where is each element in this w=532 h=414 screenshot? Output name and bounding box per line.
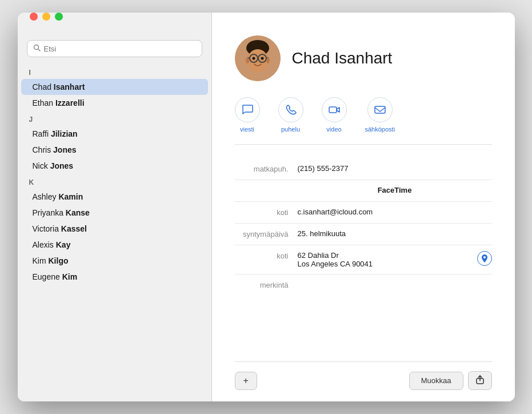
message-label: viesti <box>240 126 254 133</box>
minimize-button[interactable] <box>42 13 50 21</box>
contact-last-name: Kanse <box>66 208 90 217</box>
field-label-note: merkintä <box>235 280 298 289</box>
info-row-note: merkintä <box>235 274 492 303</box>
contact-first-name: Victoria <box>33 224 61 233</box>
share-button[interactable] <box>468 371 492 390</box>
search-bar[interactable] <box>27 40 202 57</box>
field-label-email: koti <box>235 208 298 217</box>
svg-line-1 <box>38 49 39 51</box>
contact-name: Chad Isanhart <box>292 49 393 67</box>
contact-last-name: Izzarelli <box>55 98 85 108</box>
sidebar: IChad IsanhartEthan IzzarelliJRaffi Jili… <box>18 13 212 401</box>
detail-panel: Chad Isanhart viestipuheluvideosähköpost… <box>212 13 515 401</box>
info-row-address: koti62 Dahlia DrLos Angeles CA 90041 <box>235 245 492 274</box>
field-label-date: syntymäpäivä <box>235 229 298 238</box>
contact-last-name: Jones <box>53 145 76 154</box>
contact-last-name: Isanhart <box>54 82 85 91</box>
address-value-wrap: 62 Dahlia DrLos Angeles CA 90041 <box>298 251 492 268</box>
svg-point-16 <box>483 256 486 258</box>
video-button[interactable]: video <box>322 97 347 133</box>
map-pin-icon[interactable] <box>477 251 492 266</box>
video-label: video <box>326 126 341 133</box>
contact-item[interactable]: Priyanka Kanse <box>21 205 208 221</box>
contact-item[interactable]: Alexis Kay <box>21 237 208 253</box>
field-value-email: c.isanhart@icloud.com <box>298 208 492 216</box>
facetime-label: FaceTime <box>235 186 492 194</box>
email-icon <box>367 97 393 122</box>
contact-item[interactable]: Victoria Kassel <box>21 221 208 237</box>
contact-last-name: Kim <box>62 272 77 281</box>
section-header-k: K <box>18 174 211 189</box>
contact-last-name: Kay <box>56 240 71 249</box>
message-icon <box>235 97 260 122</box>
contact-last-name: Kamin <box>58 192 83 201</box>
contact-item[interactable]: Ethan Izzarelli <box>21 95 208 111</box>
contact-first-name: Nick <box>33 161 50 170</box>
contact-item[interactable]: Chad Isanhart <box>21 79 208 95</box>
info-row-facetime: FaceTime <box>235 180 492 202</box>
contact-first-name: Chris <box>33 145 54 154</box>
edit-label: Muokkaa <box>421 376 451 385</box>
contact-first-name: Alexis <box>33 240 56 249</box>
svg-point-10 <box>252 57 255 60</box>
action-buttons: viestipuheluvideosähköposti <box>235 97 492 145</box>
search-input[interactable] <box>44 45 196 53</box>
field-label-address: koti <box>235 251 298 260</box>
contact-item[interactable]: Ashley Kamin <box>21 189 208 205</box>
field-value-date: 25. helmikuuta <box>298 229 492 238</box>
video-icon <box>322 97 347 122</box>
contact-last-name: Jilizian <box>51 129 78 138</box>
contact-first-name: Kim <box>33 256 49 265</box>
svg-rect-14 <box>329 107 337 113</box>
svg-point-13 <box>266 58 270 63</box>
email-button[interactable]: sähköposti <box>365 97 395 133</box>
bottom-toolbar: + Muokkaa <box>235 361 492 390</box>
maximize-button[interactable] <box>55 13 63 21</box>
info-section: matkapuh.(215) 555-2377FaceTimekotic.isa… <box>235 158 492 361</box>
edit-button[interactable]: Muokkaa <box>409 372 463 390</box>
contact-item[interactable]: Eugene Kim <box>21 269 208 285</box>
contact-last-name: Kilgo <box>49 256 69 265</box>
email-label: sähköposti <box>365 126 395 133</box>
svg-rect-15 <box>375 106 385 113</box>
avatar <box>235 35 281 81</box>
message-button[interactable]: viesti <box>235 97 260 133</box>
contact-item[interactable]: Nick Jones <box>21 158 208 174</box>
info-row-date: syntymäpäivä25. helmikuuta <box>235 224 492 245</box>
call-label: puhelu <box>281 126 300 133</box>
svg-point-11 <box>261 57 263 60</box>
contact-item[interactable]: Raffi Jilizian <box>21 126 208 142</box>
section-header-j: J <box>18 111 211 126</box>
close-button[interactable] <box>30 13 38 21</box>
search-icon <box>33 44 41 53</box>
contact-first-name: Chad <box>33 82 54 91</box>
contact-list: IChad IsanhartEthan IzzarelliJRaffi Jili… <box>18 64 211 401</box>
call-button[interactable]: puhelu <box>278 97 303 133</box>
contact-item[interactable]: Chris Jones <box>21 142 208 158</box>
section-header-i: I <box>18 64 211 79</box>
field-label-phone: matkapuh. <box>235 164 298 173</box>
add-button[interactable]: + <box>235 372 257 390</box>
share-icon <box>475 375 485 386</box>
svg-point-12 <box>246 58 249 63</box>
contact-last-name: Jones <box>50 161 73 170</box>
field-value-phone: (215) 555-2377 <box>298 164 492 173</box>
contact-item[interactable]: Kim Kilgo <box>21 253 208 269</box>
contact-first-name: Ethan <box>33 98 55 108</box>
main-window: IChad IsanhartEthan IzzarelliJRaffi Jili… <box>18 13 515 401</box>
contact-first-name: Raffi <box>33 129 51 138</box>
contact-header: Chad Isanhart <box>235 35 492 81</box>
info-row-phone: matkapuh.(215) 555-2377 <box>235 158 492 180</box>
contact-first-name: Ashley <box>33 192 59 201</box>
contact-first-name: Eugene <box>33 272 62 281</box>
info-row-email: kotic.isanhart@icloud.com <box>235 202 492 224</box>
field-value-address: 62 Dahlia DrLos Angeles CA 90041 <box>298 251 473 268</box>
contact-first-name: Priyanka <box>33 208 66 217</box>
contact-last-name: Kassel <box>61 224 87 233</box>
add-label: + <box>243 376 249 386</box>
call-icon <box>278 97 303 122</box>
